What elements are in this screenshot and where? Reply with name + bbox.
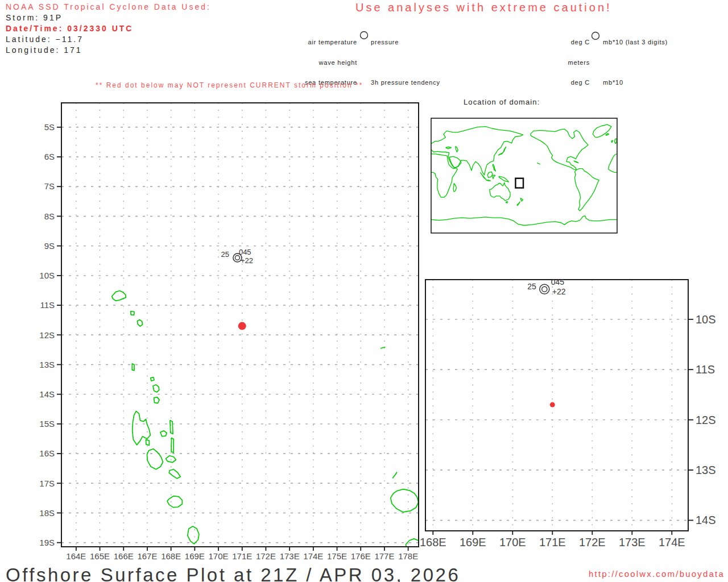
svg-text:173E: 173E [619, 536, 646, 548]
svg-text:16S: 16S [39, 448, 55, 458]
svg-text:7S: 7S [44, 181, 55, 191]
svg-text:13S: 13S [39, 360, 55, 369]
svg-text:045: 045 [239, 248, 251, 256]
svg-text:166E: 166E [114, 551, 134, 561]
svg-text:174E: 174E [659, 536, 685, 548]
svg-text:5S: 5S [44, 122, 55, 132]
domain-box [515, 178, 523, 188]
svg-text:17S: 17S [39, 479, 55, 488]
storm-red-dot-zoom [550, 402, 555, 408]
svg-text:8S: 8S [44, 211, 55, 221]
svg-text:13S: 13S [696, 464, 716, 476]
svg-text:12S: 12S [696, 414, 716, 426]
svg-text:169E: 169E [185, 551, 205, 561]
buoy-surface-plot-page: NOAA SSD Tropical Cyclone Data Used: Sto… [0, 0, 728, 582]
page-title: Offshore Surface Plot at 21Z / APR 03, 2… [6, 564, 460, 582]
svg-text:+22: +22 [552, 287, 566, 296]
svg-text:19S: 19S [39, 538, 55, 547]
svg-text:165E: 165E [90, 551, 110, 561]
svg-text:169E: 169E [460, 536, 486, 548]
svg-text:174E: 174E [303, 551, 323, 561]
svg-text:25: 25 [221, 250, 229, 259]
svg-text:172E: 172E [256, 551, 276, 561]
coastlines-main [112, 291, 421, 550]
svg-text:178E: 178E [398, 551, 418, 561]
svg-text:14S: 14S [696, 514, 716, 526]
station-plot-main: 25045+22 [221, 248, 253, 265]
svg-text:18S: 18S [39, 508, 55, 518]
svg-text:11S: 11S [696, 363, 715, 376]
svg-text:14S: 14S [39, 389, 55, 399]
svg-text:173E: 173E [280, 551, 300, 561]
map-panel-main: 164E165E166E167E168E169E170E171E172E173E… [39, 103, 421, 561]
svg-text:168E: 168E [420, 536, 446, 548]
svg-text:15S: 15S [39, 419, 55, 429]
svg-text:177E: 177E [374, 551, 394, 561]
plots-canvas: 164E165E166E167E168E169E170E171E172E173E… [0, 0, 728, 582]
svg-text:10S: 10S [39, 271, 55, 280]
svg-text:170E: 170E [209, 551, 229, 561]
svg-text:11S: 11S [40, 300, 55, 310]
svg-text:25: 25 [527, 282, 536, 291]
svg-text:170E: 170E [499, 536, 526, 548]
world-inset-map [431, 118, 617, 233]
svg-text:171E: 171E [539, 536, 566, 548]
svg-text:+22: +22 [241, 256, 253, 265]
svg-text:171E: 171E [232, 551, 252, 561]
svg-text:167E: 167E [137, 551, 157, 561]
svg-text:172E: 172E [579, 536, 606, 548]
svg-text:168E: 168E [161, 551, 181, 561]
map-panel-zoom: 168E169E170E171E172E173E174E10S11S12S13S… [334, 277, 728, 582]
svg-text:164E: 164E [66, 551, 86, 561]
svg-text:175E: 175E [327, 551, 347, 561]
svg-text:6S: 6S [44, 152, 55, 161]
svg-text:9S: 9S [44, 241, 55, 251]
svg-text:045: 045 [551, 277, 565, 286]
svg-text:10S: 10S [696, 313, 716, 326]
svg-text:176E: 176E [351, 551, 371, 561]
source-url-link[interactable]: http://coolwx.com/buoydata [589, 569, 725, 579]
storm-red-dot-main [238, 322, 246, 330]
svg-text:12S: 12S [39, 330, 55, 340]
